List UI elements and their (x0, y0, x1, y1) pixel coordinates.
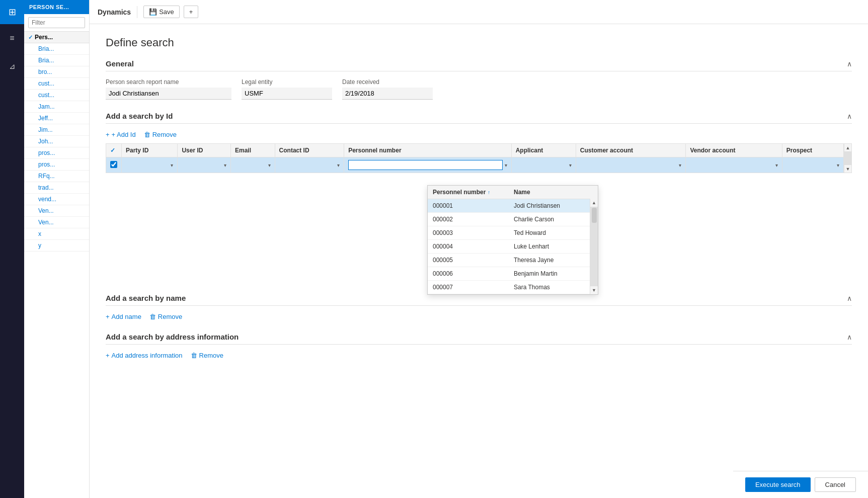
contact-id-dropdown[interactable]: ▾ (279, 162, 340, 168)
dropdown-cell-name: Ted Howard (509, 226, 590, 239)
add-address-label: Add address information (112, 352, 183, 359)
cancel-button[interactable]: Cancel (815, 477, 856, 492)
sidebar-item-jeff[interactable]: Jeff... (24, 113, 89, 124)
dropdown-row[interactable]: 000003Ted Howard (428, 226, 598, 240)
add-by-address-section: Add a search by address information ∧ + … (106, 333, 852, 359)
applicant-dropdown[interactable]: ▾ (516, 162, 572, 168)
sidebar-item-x[interactable]: x (24, 228, 89, 240)
add-name-label: Add name (112, 313, 141, 320)
execute-search-button[interactable]: Execute search (745, 477, 811, 492)
dropdown-cell-name: Sara Thomas (509, 281, 590, 294)
add-by-name-title: Add a search by name (106, 294, 186, 302)
th-email: Email (230, 144, 275, 157)
dropdown-row[interactable]: 000004Luke Lenhart (428, 240, 598, 254)
dropdown-row[interactable]: 000007Sara Thomas (428, 281, 598, 294)
sidebar-item-ven1[interactable]: Ven... (24, 205, 89, 217)
add-id-link[interactable]: + + Add Id (106, 131, 136, 138)
sidebar-item-ven2[interactable]: Ven... (24, 217, 89, 228)
contact-id-chevron-icon: ▾ (337, 162, 340, 168)
add-by-id-section: Add a search by Id ∧ + + Add Id 🗑 Remove (106, 112, 852, 173)
dropdown-scroll-down[interactable]: ▼ (590, 286, 598, 294)
dropdown-cell-number: 000004 (428, 240, 509, 253)
dropdown-cell-name: Benjamin Martin (509, 267, 590, 280)
add-address-plus-icon: + (106, 352, 110, 359)
prospect-chevron-icon: ▾ (837, 162, 839, 168)
email-dropdown[interactable]: ▾ (235, 162, 271, 168)
sidebar-item-rfq[interactable]: RFq... (24, 171, 89, 182)
add-icon: + (189, 8, 193, 16)
remove-address-icon: 🗑 (191, 352, 197, 359)
sidebar-item-trad[interactable]: trad... (24, 182, 89, 194)
report-name-input[interactable] (106, 88, 231, 100)
dropdown-row[interactable]: 000006Benjamin Martin (428, 267, 598, 281)
customer-account-dropdown[interactable]: ▾ (580, 162, 682, 168)
party-id-chevron-icon: ▾ (171, 162, 173, 168)
date-received-input[interactable] (342, 88, 433, 100)
dropdown-scroll-up[interactable]: ▲ (590, 199, 598, 207)
add-by-id-title: Add a search by Id (106, 112, 173, 120)
dropdown-header: Personnel number ↑ Name (428, 186, 598, 199)
dropdown-row[interactable]: 000002Charlie Carson (428, 213, 598, 226)
cell-customer-account: ▾ (576, 157, 686, 173)
user-id-dropdown[interactable]: ▾ (182, 162, 226, 168)
dropdown-cell-name: Charlie Carson (509, 213, 590, 226)
vendor-account-dropdown[interactable]: ▾ (690, 162, 777, 168)
add-by-id-chevron-icon: ∧ (847, 112, 852, 120)
add-name-link[interactable]: + Add name (106, 313, 141, 320)
remove-name-link[interactable]: 🗑 Remove (149, 313, 182, 320)
sidebar-item-jam[interactable]: Jam... (24, 101, 89, 113)
party-id-dropdown[interactable]: ▾ (126, 162, 173, 168)
scroll-down-arrow[interactable]: ▼ (844, 164, 851, 173)
remove-address-link[interactable]: 🗑 Remove (191, 352, 223, 359)
dropdown-row[interactable]: 000001Jodi Christiansen (428, 199, 598, 213)
sidebar-item-pros1[interactable]: pros... (24, 147, 89, 159)
cell-personnel-number: ▾ (344, 157, 511, 173)
general-section-header[interactable]: General ∧ (106, 59, 852, 71)
sidebar-filter-input[interactable] (28, 17, 85, 28)
sidebar-item-vend1[interactable]: vend... (24, 194, 89, 205)
add-button[interactable]: + (184, 6, 199, 18)
add-address-link[interactable]: + Add address information (106, 352, 183, 359)
add-by-name-header[interactable]: Add a search by name ∧ (106, 294, 852, 306)
add-by-id-section-header[interactable]: Add a search by Id ∧ (106, 112, 852, 124)
sidebar-item-label: vend... (38, 196, 56, 203)
general-section: General ∧ Person search report name Lega… (106, 59, 852, 100)
sidebar-check-icon: ✓ (28, 34, 33, 41)
sidebar-item-cust1[interactable]: cust... (24, 78, 89, 90)
save-button[interactable]: 💾 Save (143, 6, 180, 18)
remove-id-link[interactable]: 🗑 Remove (144, 131, 177, 138)
applicant-chevron-icon: ▾ (569, 162, 572, 168)
personnel-number-input[interactable] (348, 160, 502, 170)
filter-nav-button[interactable]: ⊿ (0, 54, 24, 78)
scroll-up-arrow[interactable]: ▲ (844, 144, 851, 152)
menu-button[interactable]: ≡ (0, 26, 24, 50)
sidebar-item-bria1[interactable]: Bria... (24, 43, 89, 55)
sidebar-item-bro[interactable]: bro... (24, 66, 89, 78)
waffle-icon: ⊞ (9, 7, 16, 18)
table-row: ▾ ▾ (106, 157, 844, 173)
sidebar-item-label: bro... (38, 68, 52, 75)
sidebar-item-label: pros... (38, 161, 55, 168)
sidebar-item-joh[interactable]: Joh... (24, 136, 89, 147)
sidebar-item-pros2[interactable]: pros... (24, 159, 89, 171)
dropdown-cell-number: 000005 (428, 254, 509, 267)
sidebar-item-cust2[interactable]: cust... (24, 90, 89, 101)
sidebar-item-y[interactable]: y (24, 240, 89, 252)
dropdown-col-personnel[interactable]: Personnel number ↑ (428, 186, 509, 199)
legal-entity-input[interactable] (242, 88, 332, 100)
cell-prospect: ▾ (782, 157, 843, 173)
personnel-number-dropdown[interactable]: ▾ (348, 160, 507, 170)
filter-nav-icon: ⊿ (9, 62, 16, 71)
cell-contact-id: ▾ (275, 157, 344, 173)
add-by-address-header[interactable]: Add a search by address information ∧ (106, 333, 852, 345)
sidebar-item-bria2[interactable]: Bria... (24, 55, 89, 66)
waffle-button[interactable]: ⊞ (0, 0, 24, 24)
prospect-dropdown[interactable]: ▾ (786, 162, 839, 168)
sidebar-item-jim[interactable]: Jim... (24, 124, 89, 136)
dropdown-row[interactable]: 000005Theresa Jayne (428, 254, 598, 267)
page-title: Define search (106, 36, 852, 49)
row-checkbox[interactable] (110, 161, 117, 168)
vendor-account-chevron-icon: ▾ (775, 162, 778, 168)
dropdown-cell-name: Luke Lenhart (509, 240, 590, 253)
remove-id-icon: 🗑 (144, 131, 150, 138)
